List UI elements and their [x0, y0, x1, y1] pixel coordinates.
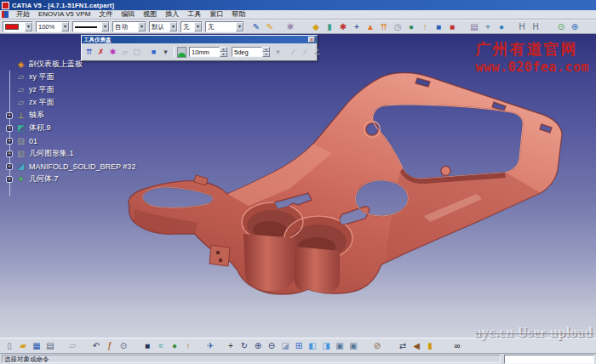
tree-item[interactable]: ◈ 副仪表板上盖板	[2, 58, 163, 71]
tree-item[interactable]: + ◩ 体积.9	[2, 122, 163, 134]
menu-item[interactable]: 窗口	[205, 10, 227, 19]
toolbar-icon[interactable]: ↑	[182, 340, 194, 352]
toolbar-icon[interactable]: ■	[141, 340, 153, 352]
angle-value[interactable]: 5deg	[232, 47, 262, 57]
toolbar-icon[interactable]: ▣	[347, 340, 359, 352]
menu-item[interactable]: ENOVIA V5 VPM	[34, 10, 95, 19]
spinner-down-icon[interactable]: ▾	[220, 52, 227, 57]
toolbar-icon[interactable]: ▦	[31, 340, 43, 352]
layer-combo[interactable]: 无 ▾	[205, 21, 244, 32]
menu-item[interactable]: 编辑	[117, 10, 139, 19]
toolbar-icon[interactable]: ⊘	[371, 340, 383, 352]
toolbar-icon[interactable]: ✱	[337, 21, 349, 33]
dashboard-icon[interactable]: ∠	[312, 47, 323, 58]
toolbar-icon[interactable]: ▣	[334, 340, 346, 352]
toolbar-icon[interactable]: ▤	[468, 21, 480, 33]
tree-item[interactable]: + ⊥ 轴系	[2, 109, 163, 122]
command-input[interactable]	[504, 355, 594, 364]
toolbar-icon[interactable]: ▲	[364, 21, 376, 33]
toolbar-icon[interactable]: ●	[405, 21, 417, 33]
tree-expander[interactable]: +	[6, 151, 13, 157]
tree-expander[interactable]: +	[6, 176, 13, 183]
length-spinner[interactable]: 10mm ▴▾	[189, 47, 227, 57]
dashboard-title-bar[interactable]: 工具仪表盘 x	[82, 36, 317, 43]
toolbar-icon[interactable]: ↶	[90, 340, 102, 352]
toolbar-icon[interactable]: ƒ	[104, 340, 116, 352]
toolbar-icon[interactable]: ◪	[279, 340, 291, 352]
close-icon[interactable]: x	[308, 37, 315, 43]
toolbar-icon[interactable]: ⊙	[555, 21, 567, 33]
tree-item[interactable]: + ▧ 几何图形集.1	[2, 147, 163, 160]
menu-item[interactable]: 工具	[183, 10, 205, 19]
tree-item[interactable]: ▱ yz 平面	[2, 83, 163, 96]
dashboard-icon[interactable]: ✗	[95, 47, 106, 58]
toolbar-icon[interactable]: ●	[496, 21, 507, 33]
dashboard-icon[interactable]: ✱	[107, 47, 118, 58]
toolbar-icon[interactable]: ↻	[238, 340, 250, 352]
chevron-down-icon[interactable]: ▾	[236, 22, 244, 31]
toolbar-icon[interactable]: ✎	[264, 21, 276, 33]
length-value[interactable]: 10mm	[189, 47, 220, 57]
toolbar-icon[interactable]: ∞	[451, 340, 463, 352]
toolbar-icon[interactable]: ▤	[44, 340, 56, 352]
dashboard-icon[interactable]: ▱	[119, 47, 130, 58]
toolbar-icon[interactable]: ■	[446, 21, 458, 33]
toolbar-icon[interactable]: ✎	[250, 21, 262, 33]
menu-item[interactable]: 插入	[161, 10, 183, 19]
angle-spinner[interactable]: 5deg ▴▾	[232, 47, 270, 57]
chevron-down-icon[interactable]: ▾	[25, 22, 32, 31]
dashboard-icon[interactable]: ∕	[288, 47, 299, 58]
toolbar-icon[interactable]: ●	[169, 340, 181, 352]
dashboard-icon[interactable]: ▢	[131, 47, 142, 58]
toolbar-icon[interactable]: ▮	[324, 21, 335, 33]
toolbar-icon[interactable]: ✱	[284, 21, 296, 33]
toolbar-icon[interactable]: ≈	[155, 340, 167, 352]
title-bar[interactable]: CATIA V5 - [4.7.1-51FN1.catpart]	[0, 0, 596, 10]
dashboard-icon[interactable]: ∕	[300, 47, 311, 58]
dashboard-icon[interactable]: ▾	[160, 47, 171, 58]
toolbar-icon[interactable]: ▱	[66, 340, 78, 352]
dashboard-icon[interactable]: ⇈	[83, 47, 95, 58]
toolbar-icon[interactable]: ◆	[310, 21, 322, 33]
menu-item[interactable]: 文件	[95, 10, 117, 19]
menu-item[interactable]: 开始	[12, 10, 34, 19]
tree-item[interactable]: + ◪ MANIFOLD_SOLID_BREP #32	[2, 160, 163, 173]
symbol-combo[interactable]: 无 ▾	[181, 21, 203, 32]
dashboard-icon[interactable]: ■	[148, 47, 159, 58]
toolbar-icon[interactable]: +	[482, 21, 494, 33]
toolbar-icon[interactable]: ◀	[410, 340, 422, 352]
chevron-down-icon[interactable]: ▾	[194, 22, 202, 31]
dashboard-icon[interactable]: ▾	[272, 47, 284, 58]
toolbar-icon[interactable]: ▯	[3, 340, 15, 352]
toolbar-icon[interactable]: H	[530, 21, 542, 33]
viewport-3d[interactable]: 工具仪表盘 x ⇈ ✗ ✱ ▱ ▢ ■	[0, 34, 596, 338]
toolbar-icon[interactable]: ↑	[419, 21, 431, 33]
toolbar-icon[interactable]: +	[225, 340, 237, 352]
toolbar-icon[interactable]: ✈	[204, 340, 216, 352]
toolbar-icon[interactable]: ▮	[424, 340, 436, 352]
tree-expander[interactable]: +	[6, 112, 13, 119]
tree-item[interactable]: ▱ xy 平面	[2, 71, 163, 83]
toolbar-icon[interactable]: ⇈	[378, 21, 390, 33]
menu-item[interactable]: 视图	[139, 10, 161, 19]
toolbar-icon[interactable]: ⊕	[569, 21, 581, 33]
chevron-down-icon[interactable]: ▾	[61, 22, 69, 31]
toolbar-icon[interactable]: ⊖	[266, 340, 278, 352]
toolbar-icon[interactable]: H	[516, 21, 528, 33]
tree-item[interactable]: + ✶ 几何体.7	[2, 173, 163, 185]
chevron-down-icon[interactable]: ▾	[169, 22, 177, 31]
menu-item[interactable]: 帮助	[227, 10, 249, 19]
toolbar-icon[interactable]: ◧	[307, 340, 318, 352]
tree-expander[interactable]: +	[6, 163, 13, 170]
toolbar-icon[interactable]: ▰	[17, 340, 29, 352]
linetype-combo[interactable]: ▾	[72, 21, 110, 32]
toolbar-icon[interactable]: ⊙	[117, 340, 129, 352]
point-style-combo[interactable]: 默认 ▾	[149, 21, 178, 32]
line-weight-combo[interactable]: 自动 ▾	[112, 21, 146, 32]
toolbar-icon[interactable]: ◨	[320, 340, 332, 352]
fill-color-combo[interactable]: ▾	[3, 21, 33, 32]
dome-snap-icon[interactable]	[177, 47, 186, 58]
toolbar-icon[interactable]: ◷	[392, 21, 404, 33]
opacity-combo[interactable]: 100% ▾	[36, 21, 70, 32]
toolbar-icon[interactable]: ⇄	[397, 340, 409, 352]
